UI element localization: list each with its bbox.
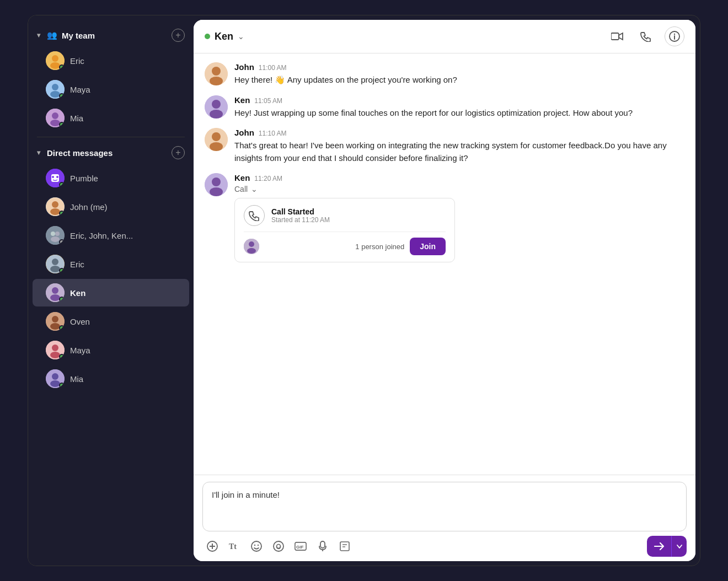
svg-point-59 xyxy=(254,545,255,546)
svg-point-40 xyxy=(212,67,221,76)
sidebar-item-eric[interactable]: Eric xyxy=(33,47,189,74)
gif-button[interactable]: GIF xyxy=(291,536,311,556)
status-eric2 xyxy=(59,268,65,273)
avatar-pumble xyxy=(46,169,65,187)
sidebar-item-mia2[interactable]: Mia xyxy=(33,365,189,392)
call-participants-text: 1 person joined xyxy=(265,243,404,251)
sidebar-divider xyxy=(37,137,185,137)
sidebar-item-ken[interactable]: Ken xyxy=(33,279,189,306)
sidebar-item-john-me[interactable]: John (me) xyxy=(33,193,189,220)
phone-call-button[interactable] xyxy=(636,26,656,46)
svg-rect-65 xyxy=(320,541,325,548)
send-dropdown-button[interactable] xyxy=(671,536,687,557)
msg-header-4: Ken 11:20 AM xyxy=(234,173,684,182)
avatar-eric xyxy=(46,51,65,70)
sidebar-label-maya: Maya xyxy=(70,85,90,94)
video-call-button[interactable] xyxy=(607,26,627,46)
avatar-mia xyxy=(46,109,65,127)
sidebar-item-group[interactable]: Eric, John, Ken... xyxy=(33,222,189,249)
svg-point-38 xyxy=(674,34,675,35)
add-team-button[interactable]: + xyxy=(172,29,185,42)
sidebar-label-ken: Ken xyxy=(70,288,85,298)
svg-point-58 xyxy=(251,541,261,551)
svg-rect-35 xyxy=(611,33,619,40)
add-attachment-button[interactable] xyxy=(202,536,222,556)
msg-content-4: Ken 11:20 AM Call ⌄ xyxy=(234,173,684,262)
microphone-button[interactable] xyxy=(313,536,333,556)
svg-point-24 xyxy=(52,287,58,294)
call-label: Call xyxy=(234,185,248,193)
status-online-eric xyxy=(59,64,65,70)
join-call-button[interactable]: Join xyxy=(410,238,446,255)
sidebar-item-mia[interactable]: Mia xyxy=(33,104,189,132)
message-group-2: Ken 11:05 AM Hey! Just wrapping up some … xyxy=(205,95,684,120)
status-pumble xyxy=(59,182,65,187)
avatar-ken xyxy=(46,283,65,302)
dm-label: Direct messages xyxy=(47,148,113,158)
msg-avatar-ken-1 xyxy=(205,95,228,119)
sidebar-item-maya2[interactable]: Maya xyxy=(33,336,189,364)
sidebar-item-oven[interactable]: Oven xyxy=(33,308,189,335)
svg-point-4 xyxy=(52,84,58,90)
call-phone-icon xyxy=(244,205,265,226)
msg-avatar-john-1 xyxy=(205,62,228,85)
svg-point-50 xyxy=(210,187,223,196)
input-toolbar: Tt GIF xyxy=(202,536,687,557)
avatar-oven xyxy=(46,312,65,331)
send-button[interactable] xyxy=(647,536,671,557)
dm-chevron-icon: ▾ xyxy=(37,149,40,157)
avatar-group xyxy=(46,226,65,245)
call-collapse-chevron-icon: ⌄ xyxy=(251,185,258,193)
chat-header: Ken ⌄ xyxy=(194,20,695,53)
chat-header-actions xyxy=(607,26,684,46)
svg-point-11 xyxy=(52,176,54,178)
svg-rect-67 xyxy=(340,542,349,551)
emoji-button[interactable] xyxy=(247,536,266,556)
message-group-1: John 11:00 AM Hey there! 👋 Any updates o… xyxy=(205,62,684,87)
sidebar-item-maya[interactable]: Maya xyxy=(33,76,189,103)
message-input[interactable]: I'll join in a minute! xyxy=(202,482,687,531)
call-info-subtitle: Started at 11:20 AM xyxy=(271,216,330,224)
msg-text-2: Hey! Just wrapping up some final touches… xyxy=(234,107,684,120)
svg-point-18 xyxy=(55,232,60,236)
msg-avatar-ken-2 xyxy=(205,173,228,196)
sidebar: ▾ 👥 My team + Eric Maya xyxy=(28,15,194,566)
sidebar-item-eric2[interactable]: Eric xyxy=(33,250,189,278)
status-group xyxy=(59,239,65,245)
format-text-button[interactable]: Tt xyxy=(224,536,244,556)
avatar-eric2 xyxy=(46,255,65,273)
call-info-title: Call Started xyxy=(271,207,330,216)
svg-point-1 xyxy=(52,55,58,62)
msg-content-2: Ken 11:05 AM Hey! Just wrapping up some … xyxy=(234,95,684,120)
call-card-header: Call Started Started at 11:20 AM xyxy=(244,205,446,226)
svg-point-47 xyxy=(210,142,223,151)
svg-point-52 xyxy=(249,241,254,247)
msg-author-1: John xyxy=(234,62,254,72)
call-card-footer: 1 person joined Join xyxy=(244,232,446,255)
status-online-mia xyxy=(59,122,65,127)
msg-text-1: Hey there! 👋 Any updates on the project … xyxy=(234,74,684,87)
avatar-mia2 xyxy=(46,369,65,388)
avatar-john-me xyxy=(46,197,65,216)
sidebar-label-eric2: Eric xyxy=(70,260,84,269)
note-button[interactable] xyxy=(335,536,355,556)
svg-point-17 xyxy=(51,232,55,236)
svg-text:Tt: Tt xyxy=(229,542,237,551)
svg-point-43 xyxy=(212,100,221,109)
call-collapse-header[interactable]: Call ⌄ xyxy=(234,185,684,193)
svg-point-12 xyxy=(56,176,58,178)
chat-header-name: Ken xyxy=(215,31,233,42)
sidebar-label-john-me: John (me) xyxy=(70,202,108,212)
sidebar-label-oven: Oven xyxy=(70,317,90,326)
add-dm-button[interactable]: + xyxy=(172,146,185,159)
mention-button[interactable] xyxy=(269,536,288,556)
msg-text-3: That's great to hear! I've been working … xyxy=(234,139,684,164)
sidebar-item-pumble[interactable]: Pumble xyxy=(33,164,189,192)
dm-section-header[interactable]: ▾ Direct messages + xyxy=(28,142,194,164)
info-button[interactable] xyxy=(665,26,684,46)
send-area xyxy=(647,536,687,557)
svg-point-33 xyxy=(52,373,58,380)
team-section-header[interactable]: ▾ 👥 My team + xyxy=(28,24,194,46)
team-name: My team xyxy=(62,31,95,40)
chat-header-chevron-icon[interactable]: ⌄ xyxy=(238,32,244,41)
